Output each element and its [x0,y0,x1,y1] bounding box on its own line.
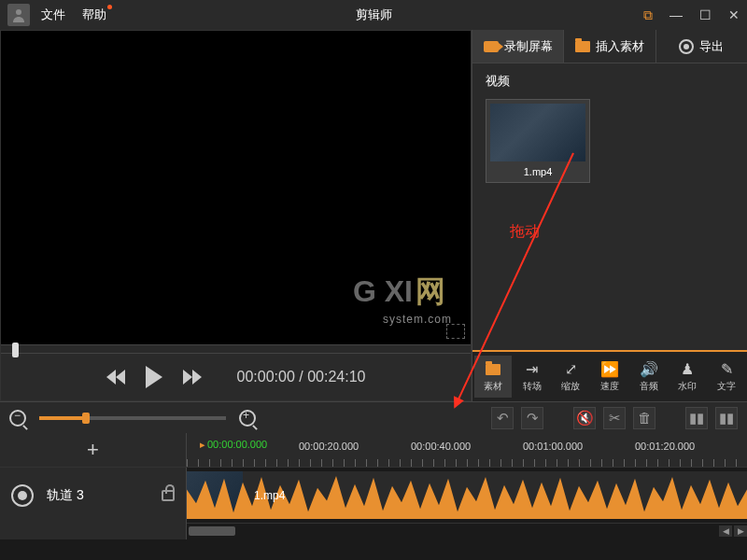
transition-icon: ⇥ [523,361,542,378]
window-controls: ⧉ — ☐ ✕ [643,7,740,23]
track-row: 轨道 3 1.mp4 [0,467,747,523]
add-track-button[interactable]: + [87,438,99,462]
rewind-button[interactable] [106,370,125,385]
media-library: 视频 1.mp4 拖动 [472,63,747,350]
record-screen-button[interactable]: 录制屏幕 [472,30,564,63]
tab-watermark[interactable]: ♟水印 [669,356,707,398]
ruler-ticks [187,459,747,467]
drag-hint-label: 拖动 [510,222,540,242]
export-button[interactable]: 导出 [656,30,747,63]
close-button[interactable]: ✕ [728,7,740,22]
lock-icon[interactable] [162,490,175,501]
add-track-header: + [0,433,187,467]
time-ruler[interactable]: 00:00:00.000 00:00:20.000 00:00:40.000 0… [187,433,747,467]
top-actions: 录制屏幕 插入素材 导出 [472,30,747,63]
tool-tabs: 素材 ⇥转场 ⤢缩放 ⏩速度 🔊音频 ♟水印 ✎文字 [472,350,747,401]
track-name-label: 轨道 3 [47,487,148,504]
tab-audio[interactable]: 🔊音频 [630,356,668,398]
stamp-icon: ♟ [678,361,697,378]
video-track-icon [11,484,34,507]
menu-help[interactable]: 帮助 [82,7,106,23]
forward-button[interactable] [183,370,202,385]
ruler-row: + 00:00:00.000 00:00:20.000 00:00:40.000… [0,433,747,467]
cut-button[interactable]: ✂ [603,407,626,429]
clip-name-label: 1.mp4 [490,166,585,177]
preview-panel: G XI 网 system.com 00:00:00 / 00:24:10 [0,30,472,401]
scale-icon: ⤢ [561,361,580,378]
titlebar: 文件 帮助 剪辑师 ⧉ — ☐ ✕ [0,0,747,30]
scroll-row: ◀ ▶ [0,523,747,539]
timeline-clip[interactable]: 1.mp4 [187,471,747,519]
ruler-mark: 00:00:40.000 [411,441,471,452]
zoom-slider[interactable] [39,416,226,420]
seek-thumb[interactable] [12,343,19,357]
zoom-in-button[interactable] [239,410,256,427]
levels-button-2[interactable]: ▮▮ [715,407,738,429]
transport-controls: 00:00:00 / 00:24:10 [1,354,471,400]
main-menu: 文件 帮助 [41,7,106,23]
tab-transition[interactable]: ⇥转场 [514,356,551,398]
svg-point-0 [16,9,21,15]
main-area: G XI 网 system.com 00:00:00 / 00:24:10 录制… [0,30,747,401]
tab-speed[interactable]: ⏩速度 [591,356,628,398]
pencil-icon: ✎ [717,361,736,378]
horizontal-scrollbar[interactable]: ◀ ▶ [187,523,747,539]
mute-button[interactable]: 🔇 [573,407,596,429]
preview-video[interactable]: G XI 网 system.com [1,31,471,344]
scrollbar-thumb[interactable] [189,526,235,536]
watermark-overlay: G XI 网 system.com [353,272,452,326]
media-section-title: 视频 [486,73,734,90]
app-title: 剪辑师 [356,7,392,23]
clip-label: 1.mp4 [254,489,285,502]
film-reel-icon [679,39,694,54]
import-media-button[interactable]: 插入素材 [564,30,655,63]
delete-button[interactable]: 🗑 [633,407,655,429]
menu-file[interactable]: 文件 [41,7,65,23]
minimize-button[interactable]: — [669,7,683,22]
track-content[interactable]: 1.mp4 [187,468,747,523]
zoom-out-button[interactable] [9,410,26,427]
restore-button[interactable]: ⧉ [643,7,653,23]
levels-button-1[interactable]: ▮▮ [685,407,708,429]
notification-dot-icon [107,5,112,9]
playhead-time: 00:00:00.000 [200,439,267,451]
fullscreen-icon[interactable] [446,324,465,339]
maximize-button[interactable]: ☐ [699,7,712,22]
folder-icon [486,364,500,375]
time-display: 00:00:00 / 00:24:10 [237,369,366,385]
redo-button[interactable]: ↷ [521,407,543,429]
folder-icon [575,41,590,52]
play-button[interactable] [146,366,162,388]
tab-material[interactable]: 素材 [474,356,512,398]
undo-button[interactable]: ↶ [491,407,514,429]
zoom-thumb[interactable] [82,413,90,424]
timeline-toolbar: ↶ ↷ 🔇 ✂ 🗑 ▮▮ ▮▮ [0,401,747,433]
tab-text[interactable]: ✎文字 [708,356,745,398]
tab-scale[interactable]: ⤢缩放 [552,356,589,398]
speed-icon: ⏩ [600,361,619,378]
timeline: + 00:00:00.000 00:00:20.000 00:00:40.000… [0,433,747,560]
seek-bar[interactable] [1,344,471,354]
scroll-right-icon[interactable]: ▶ [734,525,747,537]
ruler-mark: 00:01:00.000 [523,441,583,452]
media-clip-thumb[interactable]: 1.mp4 [486,99,590,183]
ruler-mark: 00:01:20.000 [635,441,695,452]
camera-icon [484,41,499,52]
scroll-left-icon[interactable]: ◀ [719,525,732,537]
user-avatar[interactable] [7,4,30,26]
track-header: 轨道 3 [0,468,187,523]
right-panel: 录制屏幕 插入素材 导出 视频 1.mp4 拖动 素材 ⇥转场 ⤢缩放 ⏩速度 … [472,30,747,401]
ruler-mark: 00:00:20.000 [299,441,359,452]
speaker-icon: 🔊 [640,361,658,378]
